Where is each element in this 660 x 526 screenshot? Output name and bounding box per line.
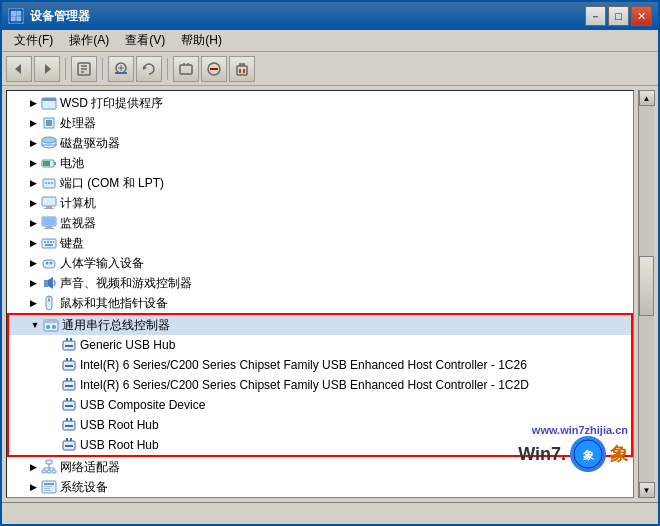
scroll-track[interactable] — [639, 106, 654, 482]
minimize-button[interactable]: － — [585, 6, 606, 26]
back-button[interactable] — [6, 56, 32, 82]
usb-highlighted-section: ▼ 通用串行总线控制器 ▶ — [7, 313, 633, 457]
expand-processor[interactable]: ▶ — [25, 115, 41, 131]
menu-file[interactable]: 文件(F) — [6, 30, 61, 51]
svg-rect-16 — [180, 65, 192, 74]
monitor-icon — [41, 215, 57, 231]
tree-item-network[interactable]: ▶ 网络适配器 — [7, 457, 633, 477]
tree-item-audio[interactable]: ▶ 声音、视频和游戏控制器 — [7, 273, 633, 293]
tree-item-processor[interactable]: ▶ 处理器 — [7, 113, 633, 133]
expand-disk[interactable]: ▶ — [25, 135, 41, 151]
system-label: 系统设备 — [60, 479, 108, 496]
vertical-scrollbar[interactable]: ▲ ▼ — [638, 90, 654, 498]
tree-item-hid[interactable]: ▶ 人体学输入设备 — [7, 253, 633, 273]
network-label: 网络适配器 — [60, 459, 120, 476]
svg-rect-47 — [43, 218, 55, 225]
tree-item-com[interactable]: ▶ 端口 (COM 和 LPT) — [7, 173, 633, 193]
svg-rect-91 — [47, 470, 51, 473]
tree-item-computer[interactable]: ▶ 计算机 — [7, 193, 633, 213]
main-content: ▶ WSD 打印提供程序 ▶ 处理器 — [2, 86, 658, 502]
tree-item-disk[interactable]: ▶ 磁盘驱动器 — [7, 133, 633, 153]
tree-item-mouse[interactable]: ▶ 鼠标和其他指针设备 — [7, 293, 633, 313]
expand-usb[interactable]: ▼ — [27, 317, 43, 333]
menu-action[interactable]: 操作(A) — [61, 30, 117, 51]
window-title: 设备管理器 — [30, 8, 90, 25]
rollback-button[interactable] — [173, 56, 199, 82]
expand-keyboard[interactable]: ▶ — [25, 235, 41, 251]
expand-mouse[interactable]: ▶ — [25, 295, 41, 311]
disable-button[interactable] — [201, 56, 227, 82]
tree-item-usb-intel1[interactable]: ▶ Intel(R) 6 Series/C200 Series Chipset … — [9, 355, 631, 375]
expand-network[interactable]: ▶ — [25, 459, 41, 475]
usb-root1-label: USB Root Hub — [80, 418, 159, 432]
status-bar — [2, 502, 658, 524]
maximize-button[interactable]: □ — [608, 6, 629, 26]
svg-rect-1 — [11, 11, 16, 16]
svg-rect-89 — [42, 470, 46, 473]
tree-item-battery[interactable]: ▶ 电池 — [7, 153, 633, 173]
tree-item-usb[interactable]: ▼ 通用串行总线控制器 — [9, 315, 631, 335]
svg-rect-67 — [65, 345, 73, 347]
menu-view[interactable]: 查看(V) — [117, 30, 173, 51]
device-tree[interactable]: ▶ WSD 打印提供程序 ▶ 处理器 — [6, 90, 634, 498]
scroll-up-button[interactable]: ▲ — [639, 90, 655, 106]
scan-button[interactable] — [108, 56, 134, 82]
svg-rect-41 — [42, 197, 56, 206]
network-icon — [41, 459, 57, 475]
forward-button[interactable] — [34, 56, 60, 82]
svg-point-38 — [45, 182, 47, 184]
close-button[interactable]: ✕ — [631, 6, 652, 26]
svg-rect-73 — [66, 378, 68, 381]
tree-item-usb-composite[interactable]: ▶ USB Composite Device — [9, 395, 631, 415]
expand-system[interactable]: ▶ — [25, 479, 41, 495]
expand-hid[interactable]: ▶ — [25, 255, 41, 271]
svg-rect-74 — [70, 378, 72, 381]
tree-item-wsd[interactable]: ▶ WSD 打印提供程序 — [7, 93, 633, 113]
expand-wsd[interactable]: ▶ — [25, 95, 41, 111]
tree-item-usb-root1[interactable]: ▶ USB Root Hub — [9, 415, 631, 435]
uninstall-button[interactable] — [229, 56, 255, 82]
tree-item-usb-intel2[interactable]: ▶ Intel(R) 6 Series/C200 Series Chipset … — [9, 375, 631, 395]
menu-help[interactable]: 帮助(H) — [173, 30, 230, 51]
svg-rect-49 — [44, 241, 46, 243]
svg-rect-81 — [66, 418, 68, 421]
expand-com[interactable]: ▶ — [25, 175, 41, 191]
computer-label: 计算机 — [60, 195, 96, 212]
monitor-label: 监视器 — [60, 215, 96, 232]
tree-item-system[interactable]: ▶ 系统设备 — [7, 477, 633, 497]
tree-item-keyboard[interactable]: ▶ 键盘 — [7, 233, 633, 253]
svg-point-55 — [46, 262, 49, 265]
disk-label: 磁盘驱动器 — [60, 135, 120, 152]
app-icon — [8, 8, 24, 24]
scroll-thumb[interactable] — [639, 256, 654, 316]
expand-monitor[interactable]: ▶ — [25, 215, 41, 231]
svg-rect-85 — [66, 438, 68, 441]
usb-composite-label: USB Composite Device — [80, 398, 205, 412]
reinstall-button[interactable] — [136, 56, 162, 82]
wsd-label: WSD 打印提供程序 — [60, 95, 163, 112]
tree-item-monitor[interactable]: ▶ 监视器 — [7, 213, 633, 233]
svg-rect-57 — [44, 280, 48, 287]
svg-rect-71 — [65, 365, 73, 367]
hid-icon — [41, 255, 57, 271]
svg-rect-79 — [65, 405, 73, 407]
toolbar-sep-3 — [167, 58, 168, 80]
usb-device-icon-intel2 — [61, 377, 77, 393]
svg-point-40 — [51, 182, 53, 184]
scroll-down-button[interactable]: ▼ — [639, 482, 655, 498]
title-bar: 设备管理器 － □ ✕ — [2, 2, 658, 30]
expand-battery[interactable]: ▶ — [25, 155, 41, 171]
usb-intel2-label: Intel(R) 6 Series/C200 Series Chipset Fa… — [80, 378, 529, 392]
expand-audio[interactable]: ▶ — [25, 275, 41, 291]
toolbar-sep-2 — [102, 58, 103, 80]
svg-rect-42 — [46, 206, 52, 208]
tree-item-usb-root2[interactable]: ▶ USB Root Hub — [9, 435, 631, 455]
usb-root2-label: USB Root Hub — [80, 438, 159, 452]
tree-item-imaging[interactable]: ▶ 显示适配器 — [7, 497, 633, 498]
expand-computer[interactable]: ▶ — [25, 195, 41, 211]
tree-item-usb-generic[interactable]: ▶ Generic USB Hub — [9, 335, 631, 355]
svg-rect-86 — [70, 438, 72, 441]
svg-rect-100 — [44, 488, 50, 489]
svg-rect-98 — [44, 483, 54, 485]
properties-button[interactable] — [71, 56, 97, 82]
